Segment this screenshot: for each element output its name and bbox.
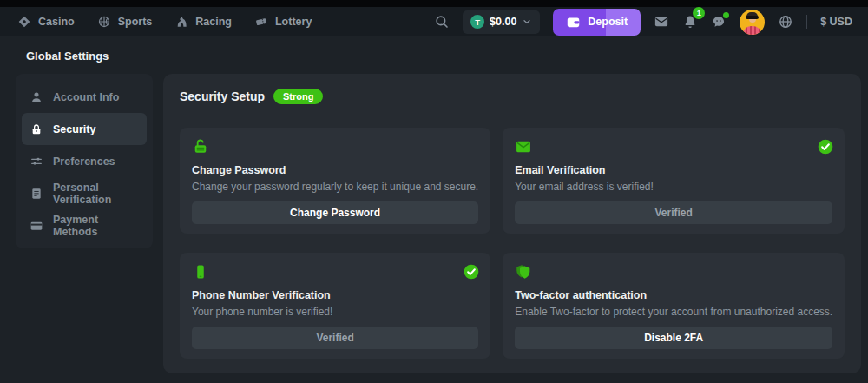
- lock-icon: [30, 122, 43, 136]
- email-verified-button[interactable]: Verified: [515, 201, 832, 224]
- panel-divider: [180, 116, 845, 116]
- avatar-shirt: [743, 26, 761, 35]
- email-verification-card: Email Verification Your email address is…: [503, 128, 845, 234]
- change-password-button[interactable]: Change Password: [192, 201, 478, 224]
- verified-check-icon: [817, 138, 834, 155]
- nav-item-lottery[interactable]: Lottery: [254, 15, 312, 29]
- nav-item-racing[interactable]: Racing: [174, 15, 232, 29]
- card-description: Enable Two-factor to protect your accoun…: [515, 306, 832, 318]
- window-top-strip: [0, 0, 868, 7]
- search-icon: [434, 14, 450, 30]
- topbar-divider: [806, 15, 807, 29]
- main-nav: Casino Sports Racing Lottery: [17, 15, 312, 29]
- security-strength-badge: Strong: [273, 89, 323, 104]
- security-setup-panel: Security Setup Strong Change Password Ch…: [163, 74, 861, 373]
- card-title: Email Verification: [515, 164, 832, 176]
- sidebar-item-personal-verification[interactable]: Personal Verification: [22, 177, 147, 209]
- chat-button[interactable]: [711, 14, 727, 30]
- racing-icon: [174, 15, 188, 29]
- change-password-card: Change Password Change your password reg…: [180, 128, 490, 234]
- panel-title: Security Setup: [180, 89, 265, 103]
- balance-amount: $0.00: [490, 16, 516, 28]
- shield-icon: [515, 263, 532, 281]
- casino-icon: [17, 15, 31, 29]
- chevron-down-icon: [522, 17, 532, 27]
- phone-verified-button[interactable]: Verified: [192, 327, 478, 349]
- sidebar-item-label: Personal Verification: [53, 182, 139, 206]
- search-button[interactable]: [434, 14, 450, 30]
- sidebar-item-security[interactable]: Security: [22, 113, 147, 145]
- messages-button[interactable]: [654, 14, 669, 30]
- tether-coin-icon: T: [470, 15, 484, 29]
- chat-online-dot: [723, 12, 729, 18]
- user-avatar[interactable]: [740, 10, 765, 35]
- balance-selector[interactable]: T $0.00: [463, 10, 540, 34]
- nav-item-sports[interactable]: Sports: [97, 15, 153, 29]
- topbar-right: T $0.00 Deposit 1 $ USD: [434, 9, 852, 36]
- card-title: Two-factor authentication: [515, 289, 832, 301]
- two-factor-card: Two-factor authentication Enable Two-fac…: [503, 253, 845, 359]
- document-icon: [30, 187, 43, 201]
- open-lock-icon: [192, 138, 209, 155]
- nav-label: Sports: [118, 16, 153, 28]
- sidebar-item-label: Account Info: [53, 91, 119, 103]
- sidebar-item-label: Preferences: [53, 155, 115, 168]
- lottery-icon: [254, 15, 268, 29]
- verified-check-icon: [463, 263, 480, 281]
- disable-2fa-button[interactable]: Disable 2FA: [515, 327, 832, 349]
- user-icon: [30, 90, 43, 104]
- deposit-button[interactable]: Deposit: [553, 9, 641, 36]
- sidebar-item-account-info[interactable]: Account Info: [22, 81, 147, 113]
- card-description: Your email address is verified!: [515, 181, 832, 193]
- nav-item-casino[interactable]: Casino: [17, 15, 75, 29]
- wallet-icon: [566, 15, 581, 30]
- globe-icon: [778, 14, 793, 30]
- envelope-icon: [515, 138, 532, 155]
- avatar-sunglasses: [746, 16, 759, 19]
- deposit-label: Deposit: [588, 16, 628, 28]
- security-cards-grid: Change Password Change your password reg…: [180, 128, 845, 359]
- sidebar-item-label: Payment Methods: [53, 214, 139, 238]
- notifications-button[interactable]: 1: [682, 14, 698, 30]
- nav-label: Casino: [38, 16, 75, 28]
- credit-card-icon: [30, 219, 43, 233]
- card-title: Phone Number Verification: [192, 289, 478, 301]
- sidebar-item-preferences[interactable]: Preferences: [22, 145, 147, 177]
- nav-label: Lottery: [275, 16, 312, 28]
- settings-sidebar: Account Info Security Preferences Person…: [16, 74, 153, 248]
- card-title: Change Password: [192, 164, 478, 176]
- card-description: Change your password regularly to keep i…: [192, 181, 478, 193]
- avatar-face: [749, 19, 756, 23]
- language-button[interactable]: [778, 14, 793, 30]
- notification-count-badge: 1: [693, 7, 705, 19]
- nav-label: Racing: [195, 16, 232, 28]
- currency-selector[interactable]: $ USD: [820, 16, 852, 28]
- top-navigation-bar: Casino Sports Racing Lottery T $0.00 Dep…: [0, 7, 868, 36]
- card-description: Your phone number is verified!: [192, 306, 478, 318]
- sidebar-item-label: Security: [53, 123, 95, 135]
- sports-icon: [97, 15, 111, 29]
- mail-icon: [654, 14, 669, 30]
- phone-icon: [192, 263, 209, 281]
- sidebar-item-payment-methods[interactable]: Payment Methods: [22, 209, 147, 241]
- page-title: Global Settings: [26, 50, 846, 63]
- phone-verification-card: Phone Number Verification Your phone num…: [180, 253, 490, 359]
- sliders-icon: [30, 155, 43, 168]
- settings-page: Global Settings Account Info Security Pr…: [0, 50, 868, 373]
